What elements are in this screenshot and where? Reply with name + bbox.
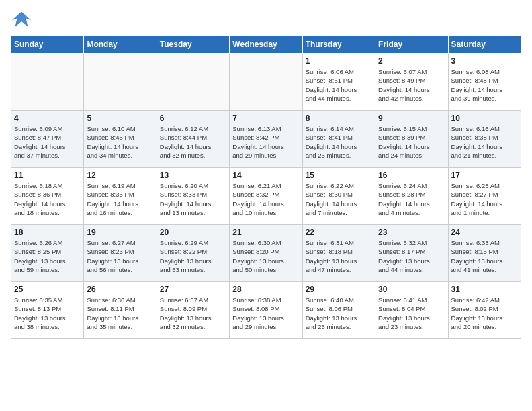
day-info: Sunrise: 6:13 AM Sunset: 8:42 PM Dayligh… [232, 124, 299, 160]
calendar-cell: 18Sunrise: 6:26 AM Sunset: 8:25 PM Dayli… [11, 225, 84, 282]
day-number: 26 [87, 285, 153, 294]
calendar-week-5: 25Sunrise: 6:35 AM Sunset: 8:13 PM Dayli… [11, 282, 521, 339]
calendar-cell: 19Sunrise: 6:27 AM Sunset: 8:23 PM Dayli… [84, 225, 157, 282]
day-number: 21 [232, 228, 299, 237]
calendar-cell: 31Sunrise: 6:42 AM Sunset: 8:02 PM Dayli… [448, 282, 521, 339]
calendar-cell: 2Sunrise: 6:07 AM Sunset: 8:49 PM Daylig… [375, 54, 448, 111]
day-number: 16 [378, 171, 445, 180]
day-info: Sunrise: 6:06 AM Sunset: 8:51 PM Dayligh… [306, 67, 372, 103]
day-number: 9 [378, 113, 445, 123]
day-header-thursday: Thursday [302, 36, 375, 54]
day-info: Sunrise: 6:40 AM Sunset: 8:06 PM Dayligh… [306, 295, 372, 331]
day-info: Sunrise: 6:36 AM Sunset: 8:11 PM Dayligh… [87, 295, 153, 331]
calendar-cell: 24Sunrise: 6:33 AM Sunset: 8:15 PM Dayli… [448, 225, 521, 282]
calendar-header: SundayMondayTuesdayWednesdayThursdayFrid… [11, 36, 521, 54]
day-info: Sunrise: 6:35 AM Sunset: 8:13 PM Dayligh… [14, 295, 81, 331]
day-header-saturday: Saturday [448, 36, 521, 54]
day-number: 25 [14, 285, 81, 294]
calendar-cell [11, 54, 84, 111]
day-info: Sunrise: 6:19 AM Sunset: 8:35 PM Dayligh… [87, 181, 153, 217]
day-info: Sunrise: 6:21 AM Sunset: 8:32 PM Dayligh… [232, 181, 299, 217]
day-info: Sunrise: 6:07 AM Sunset: 8:49 PM Dayligh… [378, 67, 445, 103]
calendar-cell: 16Sunrise: 6:24 AM Sunset: 8:28 PM Dayli… [375, 168, 448, 225]
calendar-cell: 27Sunrise: 6:37 AM Sunset: 8:09 PM Dayli… [157, 282, 229, 339]
calendar-cell: 30Sunrise: 6:41 AM Sunset: 8:04 PM Dayli… [375, 282, 448, 339]
day-number: 8 [306, 113, 372, 123]
calendar-cell: 26Sunrise: 6:36 AM Sunset: 8:11 PM Dayli… [84, 282, 157, 339]
calendar-week-3: 11Sunrise: 6:18 AM Sunset: 8:36 PM Dayli… [11, 168, 521, 225]
day-info: Sunrise: 6:31 AM Sunset: 8:18 PM Dayligh… [306, 238, 372, 274]
day-number: 31 [451, 285, 518, 294]
day-number: 15 [306, 171, 372, 180]
day-info: Sunrise: 6:10 AM Sunset: 8:45 PM Dayligh… [87, 124, 153, 160]
day-number: 1 [306, 56, 372, 66]
day-header-friday: Friday [375, 36, 448, 54]
calendar-cell: 1Sunrise: 6:06 AM Sunset: 8:51 PM Daylig… [302, 54, 375, 111]
day-info: Sunrise: 6:16 AM Sunset: 8:38 PM Dayligh… [451, 124, 518, 160]
day-info: Sunrise: 6:08 AM Sunset: 8:48 PM Dayligh… [451, 67, 518, 103]
day-number: 12 [87, 171, 153, 180]
logo-icon [11, 11, 32, 30]
days-of-week-row: SundayMondayTuesdayWednesdayThursdayFrid… [11, 36, 521, 54]
day-number: 19 [87, 228, 153, 237]
calendar-cell: 6Sunrise: 6:12 AM Sunset: 8:44 PM Daylig… [157, 111, 229, 168]
calendar-cell: 5Sunrise: 6:10 AM Sunset: 8:45 PM Daylig… [84, 111, 157, 168]
day-number: 14 [232, 171, 299, 180]
calendar-cell: 20Sunrise: 6:29 AM Sunset: 8:22 PM Dayli… [157, 225, 229, 282]
day-info: Sunrise: 6:37 AM Sunset: 8:09 PM Dayligh… [160, 295, 226, 331]
day-info: Sunrise: 6:25 AM Sunset: 8:27 PM Dayligh… [451, 181, 518, 217]
day-number: 7 [232, 113, 299, 123]
page-header [11, 11, 521, 30]
day-number: 20 [160, 228, 226, 237]
day-info: Sunrise: 6:30 AM Sunset: 8:20 PM Dayligh… [232, 238, 299, 274]
day-number: 18 [14, 228, 81, 237]
day-info: Sunrise: 6:41 AM Sunset: 8:04 PM Dayligh… [378, 295, 445, 331]
logo [11, 11, 35, 30]
calendar-body: 1Sunrise: 6:06 AM Sunset: 8:51 PM Daylig… [11, 54, 521, 339]
day-info: Sunrise: 6:15 AM Sunset: 8:39 PM Dayligh… [378, 124, 445, 160]
day-info: Sunrise: 6:32 AM Sunset: 8:17 PM Dayligh… [378, 238, 445, 274]
calendar-cell: 25Sunrise: 6:35 AM Sunset: 8:13 PM Dayli… [11, 282, 84, 339]
calendar-cell: 29Sunrise: 6:40 AM Sunset: 8:06 PM Dayli… [302, 282, 375, 339]
calendar-cell: 22Sunrise: 6:31 AM Sunset: 8:18 PM Dayli… [302, 225, 375, 282]
day-number: 27 [160, 285, 226, 294]
calendar-table: SundayMondayTuesdayWednesdayThursdayFrid… [11, 35, 521, 339]
calendar-cell: 15Sunrise: 6:22 AM Sunset: 8:30 PM Dayli… [302, 168, 375, 225]
day-info: Sunrise: 6:24 AM Sunset: 8:28 PM Dayligh… [378, 181, 445, 217]
day-info: Sunrise: 6:42 AM Sunset: 8:02 PM Dayligh… [451, 295, 518, 331]
calendar-cell: 9Sunrise: 6:15 AM Sunset: 8:39 PM Daylig… [375, 111, 448, 168]
day-number: 4 [14, 113, 81, 123]
day-info: Sunrise: 6:29 AM Sunset: 8:22 PM Dayligh… [160, 238, 226, 274]
calendar-week-4: 18Sunrise: 6:26 AM Sunset: 8:25 PM Dayli… [11, 225, 521, 282]
calendar-cell: 11Sunrise: 6:18 AM Sunset: 8:36 PM Dayli… [11, 168, 84, 225]
day-number: 3 [451, 56, 518, 66]
day-info: Sunrise: 6:20 AM Sunset: 8:33 PM Dayligh… [160, 181, 226, 217]
day-info: Sunrise: 6:22 AM Sunset: 8:30 PM Dayligh… [306, 181, 372, 217]
day-number: 10 [451, 113, 518, 123]
calendar-cell: 13Sunrise: 6:20 AM Sunset: 8:33 PM Dayli… [157, 168, 229, 225]
day-number: 30 [378, 285, 445, 294]
day-number: 23 [378, 228, 445, 237]
calendar-cell: 17Sunrise: 6:25 AM Sunset: 8:27 PM Dayli… [448, 168, 521, 225]
day-header-tuesday: Tuesday [157, 36, 229, 54]
day-info: Sunrise: 6:27 AM Sunset: 8:23 PM Dayligh… [87, 238, 153, 274]
day-number: 6 [160, 113, 226, 123]
calendar-cell: 14Sunrise: 6:21 AM Sunset: 8:32 PM Dayli… [230, 168, 302, 225]
day-info: Sunrise: 6:18 AM Sunset: 8:36 PM Dayligh… [14, 181, 81, 217]
calendar-cell: 3Sunrise: 6:08 AM Sunset: 8:48 PM Daylig… [448, 54, 521, 111]
day-header-monday: Monday [84, 36, 157, 54]
day-number: 29 [306, 285, 372, 294]
calendar-week-2: 4Sunrise: 6:09 AM Sunset: 8:47 PM Daylig… [11, 111, 521, 168]
calendar-cell: 23Sunrise: 6:32 AM Sunset: 8:17 PM Dayli… [375, 225, 448, 282]
calendar-cell: 4Sunrise: 6:09 AM Sunset: 8:47 PM Daylig… [11, 111, 84, 168]
day-number: 17 [451, 171, 518, 180]
day-number: 13 [160, 171, 226, 180]
day-info: Sunrise: 6:26 AM Sunset: 8:25 PM Dayligh… [14, 238, 81, 274]
calendar-cell [84, 54, 157, 111]
day-info: Sunrise: 6:12 AM Sunset: 8:44 PM Dayligh… [160, 124, 226, 160]
calendar-cell: 7Sunrise: 6:13 AM Sunset: 8:42 PM Daylig… [230, 111, 302, 168]
calendar-cell [157, 54, 229, 111]
calendar-cell [230, 54, 302, 111]
day-number: 2 [378, 56, 445, 66]
calendar-cell: 8Sunrise: 6:14 AM Sunset: 8:41 PM Daylig… [302, 111, 375, 168]
